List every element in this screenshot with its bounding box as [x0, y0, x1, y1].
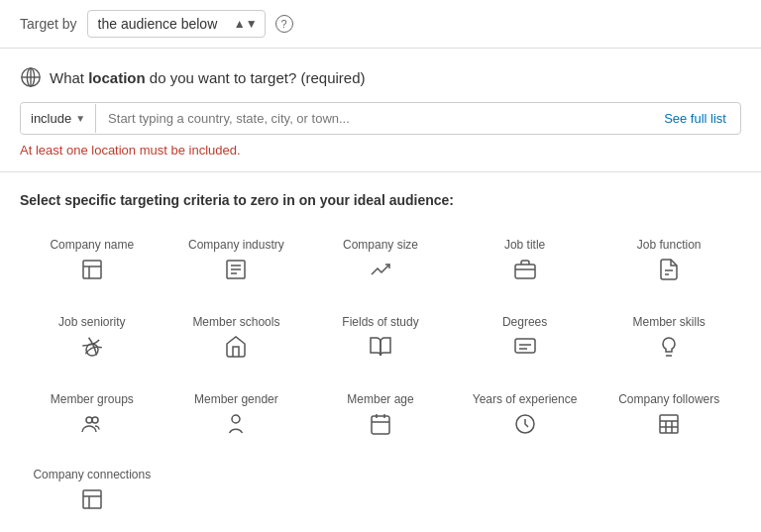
criteria-item-company-name[interactable]: Company name: [20, 228, 164, 295]
location-search-input[interactable]: [96, 103, 650, 134]
book-icon: [369, 335, 392, 363]
svg-rect-11: [515, 265, 535, 278]
chart-icon: [369, 258, 392, 285]
lightbulb-icon: [657, 335, 681, 363]
building3-icon: [80, 487, 104, 515]
criteria-section-title: Select specific targeting criteria to ze…: [20, 192, 741, 208]
criteria-item-company-industry[interactable]: Company industry: [164, 228, 309, 295]
criteria-item-years-of-experience[interactable]: Years of experience: [453, 382, 598, 450]
criteria-label-degrees: Degrees: [502, 315, 547, 329]
target-select[interactable]: the audience below a matched audience: [87, 10, 266, 38]
newspaper-icon: [224, 258, 248, 285]
criteria-section: Select specific targeting criteria to ze…: [0, 172, 761, 532]
target-select-wrapper: the audience below a matched audience ▲▼: [87, 10, 266, 38]
criteria-label-company-industry: Company industry: [188, 238, 284, 252]
criteria-label-job-title: Job title: [504, 238, 545, 252]
criteria-item-degrees[interactable]: Degrees: [453, 305, 598, 372]
location-error-message: At least one location must be included.: [20, 143, 741, 158]
criteria-item-fields-of-study[interactable]: Fields of study: [308, 305, 453, 372]
briefcase-icon: [513, 258, 537, 285]
criteria-label-member-schools: Member schools: [192, 315, 279, 329]
svg-rect-4: [83, 261, 101, 278]
location-section: What location do you want to target? (re…: [0, 49, 761, 172]
criteria-label-job-seniority: Job seniority: [58, 315, 125, 329]
include-button[interactable]: include ▼: [21, 104, 96, 133]
criteria-item-member-schools[interactable]: Member schools: [164, 305, 309, 372]
see-full-list-link[interactable]: See full list: [650, 103, 740, 134]
criteria-label-company-name: Company name: [50, 238, 134, 252]
group-icon: [80, 412, 104, 440]
school-icon: [224, 335, 248, 363]
svg-rect-28: [660, 415, 678, 433]
people-icon: [224, 412, 248, 440]
criteria-item-member-skills[interactable]: Member skills: [597, 305, 741, 372]
clock-icon: [513, 412, 537, 440]
criteria-item-member-groups[interactable]: Member groups: [20, 382, 164, 450]
criteria-label-company-size: Company size: [343, 238, 418, 252]
criteria-label-member-age: Member age: [347, 392, 413, 406]
criteria-item-company-followers[interactable]: Company followers: [597, 382, 741, 450]
building-icon: [80, 258, 104, 285]
criteria-item-job-function[interactable]: Job function: [597, 228, 741, 295]
location-title: What location do you want to target? (re…: [50, 69, 366, 86]
include-label: include: [31, 111, 71, 126]
target-by-label: Target by: [20, 16, 77, 32]
criteria-item-company-size[interactable]: Company size: [308, 228, 453, 295]
criteria-label-member-groups: Member groups: [51, 392, 134, 406]
criteria-label-member-skills: Member skills: [633, 315, 706, 329]
location-title-suffix: do you want to target? (required): [146, 69, 366, 86]
criteria-grid: Company name Company industry Company si…: [20, 228, 741, 450]
globe-icon: [20, 66, 42, 88]
location-input-row: include ▼ See full list: [20, 102, 741, 135]
calendar-icon: [369, 412, 392, 440]
criteria-item-company-connections[interactable]: Company connections: [20, 458, 164, 525]
document-icon: [657, 258, 681, 285]
criteria-label-company-followers: Company followers: [618, 392, 719, 406]
criteria-label-years-of-experience: Years of experience: [473, 392, 578, 406]
svg-rect-17: [515, 339, 535, 353]
svg-point-20: [86, 417, 92, 423]
svg-rect-23: [372, 416, 389, 434]
svg-point-21: [92, 417, 98, 423]
criteria-label-member-gender: Member gender: [194, 392, 278, 406]
certificate-icon: [513, 335, 537, 363]
criteria-label-company-connections: Company connections: [33, 468, 151, 481]
building2-icon: [657, 412, 681, 440]
location-title-prefix: What: [50, 69, 88, 86]
criteria-item-member-gender[interactable]: Member gender: [164, 382, 309, 450]
criteria-label-fields-of-study: Fields of study: [342, 315, 418, 329]
svg-point-22: [232, 415, 240, 423]
criteria-item-job-seniority[interactable]: Job seniority: [20, 305, 164, 372]
medal-icon: [80, 335, 104, 363]
criteria-item-member-age[interactable]: Member age: [308, 382, 453, 450]
top-bar: Target by the audience below a matched a…: [0, 0, 761, 49]
help-icon[interactable]: ?: [275, 15, 293, 33]
location-bold: location: [88, 69, 146, 86]
svg-rect-33: [83, 490, 101, 508]
include-dropdown-icon: ▼: [75, 113, 85, 124]
location-header: What location do you want to target? (re…: [20, 66, 741, 88]
criteria-label-job-function: Job function: [637, 238, 702, 252]
criteria-item-job-title[interactable]: Job title: [453, 228, 598, 295]
